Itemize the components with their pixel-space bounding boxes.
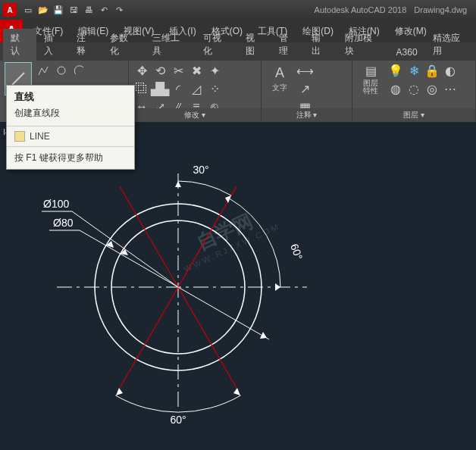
tooltip-cmd-row: LINE xyxy=(7,127,134,147)
move-icon[interactable]: ✥ xyxy=(133,62,150,79)
text-button[interactable]: A 文字 xyxy=(266,62,293,95)
ribbon-tabs: 默认 插入 注释 参数化 三维工具 可视化 视图 管理 输出 附加模块 A360… xyxy=(0,42,476,61)
svg-marker-21 xyxy=(116,388,123,395)
panel-annotate: A 文字 ⟷ ↗ ▦ 注释 ▾ xyxy=(261,61,352,122)
tab-default[interactable]: 默认 xyxy=(3,29,36,61)
layer-freeze-icon[interactable]: ❄ xyxy=(406,62,422,79)
svg-marker-19 xyxy=(275,283,280,291)
layer-iso-icon[interactable]: ◐ xyxy=(442,62,459,79)
fillet-icon[interactable]: ◜ xyxy=(170,80,186,97)
tab-featured[interactable]: 精选应用 xyxy=(425,29,476,61)
tooltip-cmd: LINE xyxy=(30,131,50,142)
panel-annotate-label[interactable]: 注释 ▾ xyxy=(261,108,352,122)
print-icon[interactable]: 🖶 xyxy=(82,3,96,17)
layer-match-icon[interactable]: ◍ xyxy=(387,80,404,97)
tab-a360[interactable]: A360 xyxy=(389,44,425,61)
line-tooltip: 直线 创建直线段 LINE 按 F1 键获得更多帮助 xyxy=(6,85,135,170)
save-icon[interactable]: 💾 xyxy=(52,3,65,17)
app-title: Autodesk AutoCAD 2018 xyxy=(315,5,407,14)
dim-60b: 60° xyxy=(170,414,186,426)
dim-30: 30° xyxy=(193,164,208,176)
layer-state-icon[interactable]: ◎ xyxy=(424,80,440,97)
svg-point-1 xyxy=(58,67,65,74)
erase-icon[interactable]: ✖ xyxy=(188,62,205,79)
layer-more-icon[interactable]: ⋯ xyxy=(442,80,459,97)
panel-layers-label[interactable]: 图层 ▾ xyxy=(352,108,475,122)
array-icon[interactable]: ⁘ xyxy=(206,80,223,97)
new-icon[interactable]: ▭ xyxy=(21,3,35,17)
titlebar: A ▭ 📂 💾 🖫 🖶 ↶ ↷ Autodesk AutoCAD 2018 Dr… xyxy=(0,0,476,20)
tab-output[interactable]: 输出 xyxy=(304,29,337,61)
mirror-icon[interactable]: ▟▙ xyxy=(152,80,168,97)
tab-parametric[interactable]: 参数化 xyxy=(102,29,145,61)
tab-view[interactable]: 视图 xyxy=(238,29,271,61)
rotate-icon[interactable]: ⟲ xyxy=(152,62,168,79)
undo-icon[interactable]: ↶ xyxy=(97,3,111,17)
tooltip-desc: 创建直线段 xyxy=(7,105,134,127)
svg-line-12 xyxy=(178,287,269,339)
model-space[interactable]: I— 自学网 WWW.RJZXW.COM 30° 60° xyxy=(0,124,476,450)
layer-properties-label: 图层 特性 xyxy=(363,80,378,95)
tab-insert[interactable]: 插入 xyxy=(36,29,70,61)
cad-drawing: 自学网 WWW.RJZXW.COM 30° 60° xyxy=(0,124,476,450)
svg-marker-17 xyxy=(175,181,181,187)
layer-on-icon[interactable]: 💡 xyxy=(387,62,404,79)
redo-icon[interactable]: ↷ xyxy=(112,3,126,17)
quick-access-toolbar: ▭ 📂 💾 🖫 🖶 ↶ ↷ xyxy=(21,3,126,17)
svg-line-0 xyxy=(12,73,24,85)
tab-addins[interactable]: 附加模块 xyxy=(337,29,388,61)
polyline-icon[interactable] xyxy=(35,62,52,79)
panel-layers: ▤ 图层 特性 💡 ❄ 🔒 ◐ ◍ ◌ ◎ ⋯ 图层 ▾ xyxy=(352,61,476,122)
panel-modify-label[interactable]: 修改 ▾ xyxy=(129,108,261,122)
tooltip-title: 直线 xyxy=(7,86,134,105)
explode-icon[interactable]: ✦ xyxy=(206,62,223,79)
linear-dim-icon[interactable]: ⟷ xyxy=(296,62,313,79)
layer-prev-icon[interactable]: ◌ xyxy=(406,80,422,97)
command-icon xyxy=(14,131,25,142)
svg-line-11 xyxy=(178,287,236,388)
tab-visualize[interactable]: 可视化 xyxy=(196,29,238,61)
saveas-icon[interactable]: 🖫 xyxy=(67,3,80,17)
svg-marker-22 xyxy=(233,388,240,395)
text-button-label: 文字 xyxy=(272,83,287,93)
chamfer-icon[interactable]: ◿ xyxy=(188,80,205,97)
tooltip-help: 按 F1 键获得更多帮助 xyxy=(7,147,134,169)
svg-marker-24 xyxy=(106,241,114,248)
layer-properties-button[interactable]: ▤ 图层 特性 xyxy=(357,62,384,95)
circle-icon[interactable] xyxy=(53,62,70,79)
tab-3dtools[interactable]: 三维工具 xyxy=(145,29,196,61)
trim-icon[interactable]: ✂ xyxy=(170,62,186,79)
svg-line-13 xyxy=(80,230,178,287)
arc-icon[interactable] xyxy=(71,62,88,79)
dim-60r: 60° xyxy=(288,242,305,261)
tab-manage[interactable]: 管理 xyxy=(271,29,305,61)
svg-marker-20 xyxy=(260,332,267,339)
svg-line-10 xyxy=(120,287,178,388)
panel-modify: ✥ ⟲ ✂ ✖ ✦ ⿻ ▟▙ ◜ ◿ ⁘ ↔ ⤢ ⫽ ≡ xyxy=(129,61,261,122)
document-name: Drawing4.dwg xyxy=(414,5,467,14)
open-icon[interactable]: 📂 xyxy=(36,3,50,17)
copy-icon[interactable]: ⿻ xyxy=(133,80,150,97)
tab-annotate[interactable]: 注释 xyxy=(69,29,102,61)
dim-d100: Ø100 xyxy=(43,198,69,210)
app-icon-small: A xyxy=(3,3,17,17)
dim-d80: Ø80 xyxy=(53,217,74,229)
svg-line-8 xyxy=(120,186,178,287)
layer-lock-icon[interactable]: 🔒 xyxy=(424,62,440,79)
leader-icon[interactable]: ↗ xyxy=(296,80,313,97)
